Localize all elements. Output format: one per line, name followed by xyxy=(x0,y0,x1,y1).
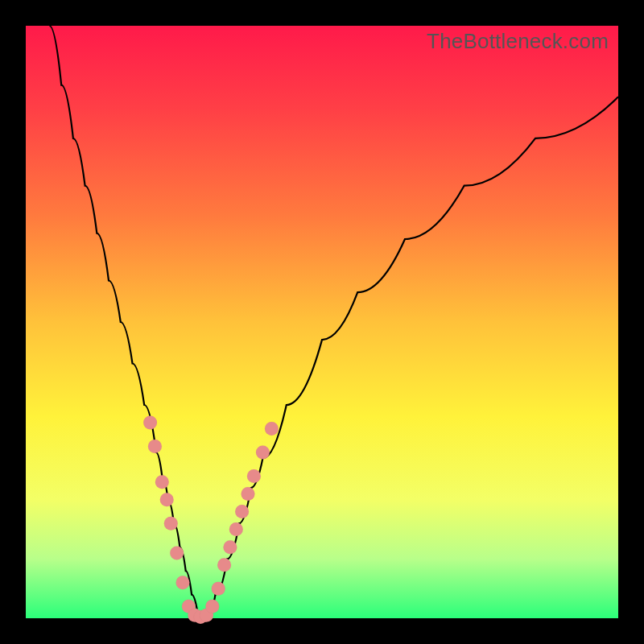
chart-frame: TheBottleneck.com xyxy=(0,0,644,644)
sample-point xyxy=(217,558,231,572)
plot-area: TheBottleneck.com xyxy=(26,26,618,618)
sample-point xyxy=(242,487,255,501)
sample-point xyxy=(256,445,270,459)
bottleneck-curve xyxy=(49,26,618,618)
sample-point xyxy=(235,505,249,518)
sample-point xyxy=(164,517,178,530)
sample-point xyxy=(247,469,261,483)
sample-point xyxy=(223,540,237,554)
sample-point xyxy=(160,493,174,506)
sample-point xyxy=(205,600,219,613)
sample-point xyxy=(148,440,162,453)
sample-point xyxy=(212,582,225,596)
chart-svg xyxy=(26,26,618,618)
sample-point xyxy=(176,576,190,589)
sample-point xyxy=(229,522,243,536)
sample-point xyxy=(155,475,169,489)
sample-point xyxy=(170,547,184,560)
sample-points-group xyxy=(143,416,279,624)
sample-point xyxy=(265,422,279,436)
sample-point xyxy=(143,416,157,430)
